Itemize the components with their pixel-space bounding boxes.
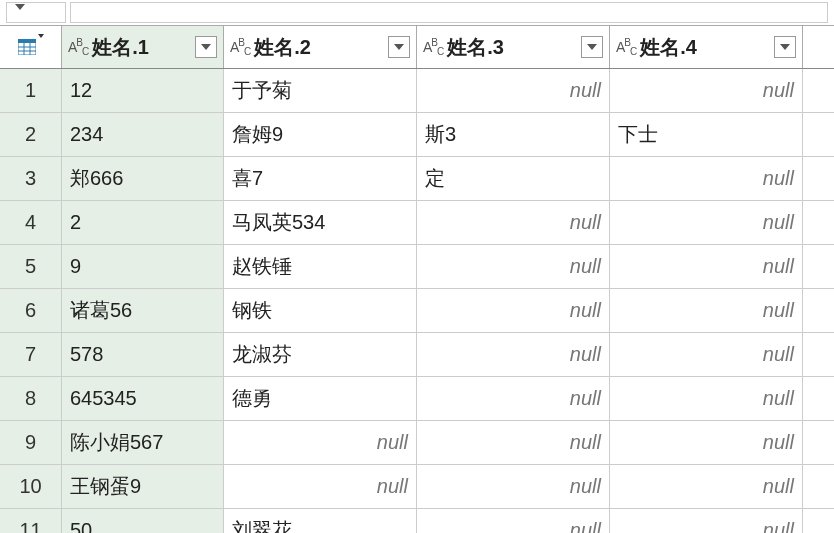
null-value: null	[425, 211, 601, 234]
null-value: null	[618, 79, 794, 102]
table-cell[interactable]: 龙淑芬	[224, 333, 417, 376]
null-value: null	[618, 519, 794, 533]
row-number[interactable]: 10	[0, 465, 62, 508]
table-cell[interactable]: null	[417, 245, 610, 288]
table-cell[interactable]: null	[417, 465, 610, 508]
table-row: 2234詹姆9斯3下士	[0, 113, 834, 157]
table-cell[interactable]: 定	[417, 157, 610, 200]
data-table: ABC 姓名.1 ABC 姓名.2 ABC 姓名.3	[0, 26, 834, 533]
null-value: null	[618, 255, 794, 278]
table-cell[interactable]: 下士	[610, 113, 803, 156]
select-all-corner[interactable]	[0, 26, 62, 68]
table-cell[interactable]: 9	[62, 245, 224, 288]
formula-bar-left[interactable]	[6, 2, 66, 23]
row-number[interactable]: 3	[0, 157, 62, 200]
table-cell[interactable]: null	[610, 465, 803, 508]
filter-button[interactable]	[388, 36, 410, 58]
table-cell[interactable]: null	[417, 289, 610, 332]
chevron-down-icon	[394, 44, 404, 50]
column-header-label: 姓名.1	[92, 34, 149, 61]
row-number[interactable]: 5	[0, 245, 62, 288]
null-value: null	[618, 475, 794, 498]
table-cell[interactable]: 12	[62, 69, 224, 112]
table-cell[interactable]: null	[224, 421, 417, 464]
table-row: 3郑666喜7定null	[0, 157, 834, 201]
null-value: null	[618, 431, 794, 454]
null-value: null	[425, 431, 601, 454]
table-cell[interactable]: null	[417, 333, 610, 376]
filter-button[interactable]	[774, 36, 796, 58]
table-row: 59赵铁锤nullnull	[0, 245, 834, 289]
column-header-label: 姓名.3	[447, 34, 504, 61]
filter-button[interactable]	[195, 36, 217, 58]
row-number[interactable]: 6	[0, 289, 62, 332]
table-cell[interactable]: 50	[62, 509, 224, 533]
text-type-icon: ABC	[230, 37, 250, 57]
chevron-down-icon	[587, 44, 597, 50]
table-cell[interactable]: 赵铁锤	[224, 245, 417, 288]
table-cell[interactable]: 德勇	[224, 377, 417, 420]
null-value: null	[618, 343, 794, 366]
table-cell[interactable]: 詹姆9	[224, 113, 417, 156]
table-cell[interactable]: 于予菊	[224, 69, 417, 112]
svg-rect-1	[18, 39, 36, 43]
null-value: null	[232, 475, 408, 498]
filter-button[interactable]	[581, 36, 603, 58]
text-type-icon: ABC	[68, 37, 88, 57]
null-value: null	[425, 299, 601, 322]
row-number[interactable]: 2	[0, 113, 62, 156]
column-header-3[interactable]: ABC 姓名.3	[417, 26, 610, 68]
table-cell[interactable]: 喜7	[224, 157, 417, 200]
table-cell[interactable]: 郑666	[62, 157, 224, 200]
row-number[interactable]: 7	[0, 333, 62, 376]
table-cell[interactable]: 2	[62, 201, 224, 244]
row-number[interactable]: 9	[0, 421, 62, 464]
table-cell[interactable]: null	[610, 69, 803, 112]
row-number[interactable]: 8	[0, 377, 62, 420]
table-cell[interactable]: 陈小娟567	[62, 421, 224, 464]
table-cell[interactable]: 诸葛56	[62, 289, 224, 332]
null-value: null	[425, 387, 601, 410]
formula-bar-input[interactable]	[70, 2, 828, 23]
table-cell[interactable]: null	[417, 509, 610, 533]
table-cell[interactable]: null	[610, 333, 803, 376]
table-cell[interactable]: null	[610, 245, 803, 288]
table-cell[interactable]: null	[224, 465, 417, 508]
column-header-1[interactable]: ABC 姓名.1	[62, 26, 224, 68]
table-cell[interactable]: null	[610, 157, 803, 200]
table-row: 10王钢蛋9nullnullnull	[0, 465, 834, 509]
table-cell[interactable]: null	[610, 509, 803, 533]
table-cell[interactable]: null	[610, 201, 803, 244]
table-cell[interactable]: null	[610, 421, 803, 464]
table-row: 7578龙淑芬nullnull	[0, 333, 834, 377]
table-cell[interactable]: 645345	[62, 377, 224, 420]
table-cell[interactable]: 王钢蛋9	[62, 465, 224, 508]
column-header-label: 姓名.2	[254, 34, 311, 61]
table-cell[interactable]: null	[417, 69, 610, 112]
table-row: 8645345德勇nullnull	[0, 377, 834, 421]
table-cell[interactable]: 斯3	[417, 113, 610, 156]
table-cell[interactable]: null	[417, 201, 610, 244]
null-value: null	[425, 343, 601, 366]
null-value: null	[425, 475, 601, 498]
column-header-label: 姓名.4	[640, 34, 697, 61]
table-cell[interactable]: 钢铁	[224, 289, 417, 332]
row-number[interactable]: 11	[0, 509, 62, 533]
null-value: null	[618, 167, 794, 190]
column-header-2[interactable]: ABC 姓名.2	[224, 26, 417, 68]
null-value: null	[425, 255, 601, 278]
table-cell[interactable]: 刘翠花	[224, 509, 417, 533]
table-cell[interactable]: 马凤英534	[224, 201, 417, 244]
chevron-down-icon	[201, 44, 211, 50]
formula-bar	[0, 0, 834, 26]
table-cell[interactable]: null	[417, 421, 610, 464]
null-value: null	[232, 431, 408, 454]
column-header-4[interactable]: ABC 姓名.4	[610, 26, 803, 68]
table-cell[interactable]: 578	[62, 333, 224, 376]
row-number[interactable]: 1	[0, 69, 62, 112]
table-cell[interactable]: null	[610, 289, 803, 332]
table-cell[interactable]: null	[417, 377, 610, 420]
table-cell[interactable]: null	[610, 377, 803, 420]
table-cell[interactable]: 234	[62, 113, 224, 156]
row-number[interactable]: 4	[0, 201, 62, 244]
